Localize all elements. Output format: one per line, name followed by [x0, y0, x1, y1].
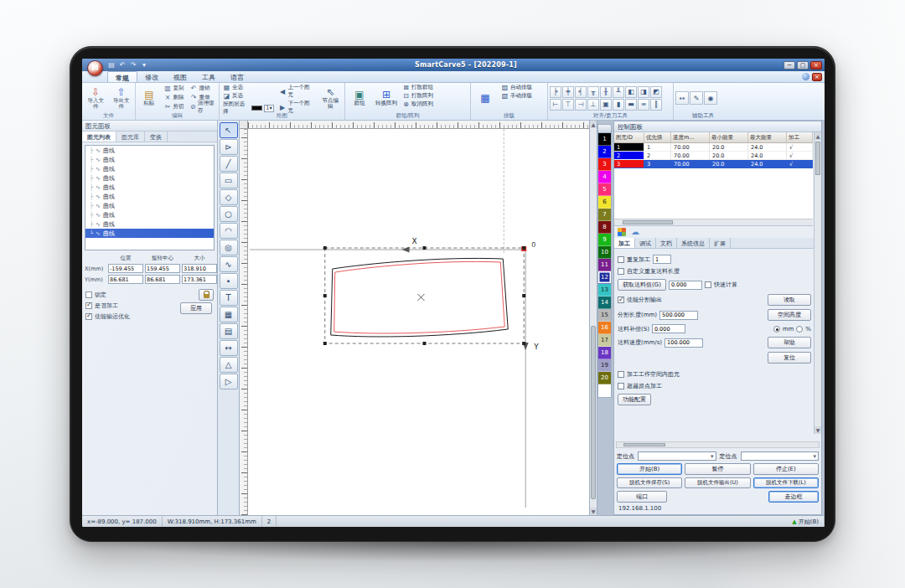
- height-field[interactable]: [182, 275, 217, 284]
- ellipse-tool[interactable]: ◎: [220, 240, 238, 255]
- annotate-button[interactable]: ✎: [690, 91, 703, 105]
- shape-outline[interactable]: [331, 258, 508, 337]
- y-center-field[interactable]: [145, 275, 180, 284]
- tab-entity-library[interactable]: 图元库: [116, 132, 145, 142]
- tab-debug[interactable]: 调试: [635, 238, 656, 248]
- redo-icon[interactable]: ↷: [129, 61, 137, 69]
- undo-button[interactable]: ↶撤销: [189, 84, 217, 93]
- app-menu-button[interactable]: M: [87, 60, 103, 76]
- maximize-button[interactable]: ▢: [797, 61, 809, 70]
- cancel-array-button[interactable]: ⊗取消阵列: [401, 101, 435, 108]
- distribute-h-button[interactable]: ⊢: [550, 99, 561, 111]
- knife-split-button[interactable]: ‖: [650, 99, 662, 111]
- palette-color-18[interactable]: 18: [598, 347, 611, 359]
- column-header-0[interactable]: 图元ID: [614, 132, 644, 143]
- align-top-button[interactable]: ╥: [587, 86, 599, 98]
- palette-color-19[interactable]: 19: [598, 359, 611, 372]
- knife-up-button[interactable]: ▮: [613, 99, 624, 111]
- controls-horizontal-scrollbar[interactable]: [616, 441, 820, 448]
- offline-save-button[interactable]: 脱机文件保存(S): [617, 477, 682, 488]
- undo-icon[interactable]: ↶: [118, 61, 127, 69]
- tab-language[interactable]: 语言: [223, 71, 251, 82]
- column-header-3[interactable]: 最小能量: [710, 132, 748, 143]
- curve-tool[interactable]: ∿: [220, 256, 238, 272]
- node-edit-button[interactable]: ⇖ 节点编辑: [318, 84, 343, 112]
- panel-vertical-scrollbar[interactable]: ▲ ▼: [814, 132, 821, 434]
- mirror-horizontal-tool[interactable]: ▷: [220, 374, 238, 389]
- mirror-vertical-tool[interactable]: △: [220, 357, 238, 373]
- list-item[interactable]: ├∿曲线: [85, 183, 214, 192]
- palette-color-4[interactable]: 4: [598, 171, 611, 183]
- palette-header-cell[interactable]: [598, 125, 611, 133]
- palette-color-7[interactable]: 7: [598, 209, 611, 221]
- delete-button[interactable]: ×删除: [163, 93, 186, 102]
- status-start[interactable]: ▲ 开始(B): [787, 516, 825, 527]
- invert-select-button[interactable]: ◪反选: [221, 92, 276, 100]
- rectangle-tool[interactable]: ▭: [220, 173, 238, 188]
- port-button[interactable]: 端口: [617, 491, 667, 503]
- knife-down-button[interactable]: ▬: [625, 99, 637, 111]
- align-left-button[interactable]: ╞: [550, 86, 561, 98]
- clear-cache-button[interactable]: ⊘清理缓存: [189, 102, 217, 111]
- x-position-field[interactable]: [108, 264, 143, 273]
- lock-checkbox[interactable]: [85, 291, 92, 298]
- palette-color-16[interactable]: 16: [598, 322, 611, 334]
- select-all-button[interactable]: ▦全选: [221, 84, 276, 91]
- entity-list[interactable]: ├∿曲线├∿曲线├∿曲线├∿曲线├∿曲线├∿曲线├∿曲线├∿曲线├∿曲线└∿曲线: [85, 145, 215, 250]
- apply-button[interactable]: 应用: [180, 302, 212, 314]
- select-tool[interactable]: ↖: [220, 122, 238, 138]
- repeat-count-field[interactable]: [653, 255, 671, 264]
- list-item[interactable]: ├∿曲线: [85, 192, 214, 201]
- column-header-1[interactable]: 优先级: [644, 132, 671, 143]
- scrollbar-thumb[interactable]: [623, 443, 665, 446]
- selection-handles[interactable]: [323, 246, 525, 345]
- list-item[interactable]: ├∿曲线: [85, 173, 214, 183]
- scroll-down-icon[interactable]: ▼: [590, 508, 597, 515]
- circle-tool[interactable]: ○: [220, 206, 238, 222]
- palette-color-20[interactable]: 20: [598, 372, 611, 384]
- auto-layout-button[interactable]: ▨自动排版: [499, 84, 534, 91]
- tab-entity-list[interactable]: 图元列表: [82, 132, 116, 142]
- feed-speed-field[interactable]: [665, 338, 703, 348]
- help-icon[interactable]: [802, 73, 809, 80]
- list-item[interactable]: ├∿曲线: [85, 219, 214, 229]
- anchor-point-dropdown-2[interactable]: ▾: [741, 451, 820, 461]
- tab-process[interactable]: 加工: [614, 238, 635, 248]
- equal-height-button[interactable]: ◨: [638, 86, 649, 98]
- cloud-icon[interactable]: ☁: [631, 228, 639, 236]
- manual-layout-button[interactable]: ▧手动排版: [499, 92, 534, 100]
- palette-color-12[interactable]: 12: [598, 271, 611, 284]
- break-array-button[interactable]: ⊡打散阵列: [401, 92, 435, 100]
- help-button[interactable]: 帮助: [768, 337, 811, 348]
- palette-color-14[interactable]: 14: [598, 297, 611, 309]
- custom-feed-checkbox[interactable]: [618, 268, 624, 275]
- measure-button[interactable]: ↔: [675, 91, 689, 105]
- layout-grid-button[interactable]: ▦: [473, 84, 498, 112]
- convert-array-button[interactable]: ⊞ 转换阵列: [374, 84, 399, 112]
- align-bottom-button[interactable]: ╨: [613, 86, 624, 98]
- table-horizontal-scrollbar[interactable]: [614, 219, 813, 225]
- palette-empty-cell[interactable]: [598, 384, 611, 397]
- layer-color-swatch[interactable]: [251, 106, 263, 111]
- walk-frame-button[interactable]: 走边框: [768, 491, 819, 503]
- scroll-up-icon[interactable]: ▲: [590, 121, 597, 128]
- palette-color-5[interactable]: 5: [598, 183, 611, 196]
- ungroup-button[interactable]: ⊠打散群组: [401, 84, 435, 91]
- reset-button[interactable]: 复位: [768, 352, 811, 364]
- scrollbar-thumb[interactable]: [623, 220, 673, 224]
- align-center-v-button[interactable]: ╫: [600, 86, 612, 98]
- polygon-tool[interactable]: ◇: [220, 189, 238, 205]
- scroll-up-icon[interactable]: ▲: [814, 132, 821, 140]
- table-row[interactable]: 3370.0020.024.0√: [614, 160, 813, 168]
- arc-tool[interactable]: ◠: [220, 223, 238, 239]
- palette-color-2[interactable]: 2: [598, 146, 611, 158]
- palette-color-10[interactable]: 10: [598, 246, 611, 259]
- palette-color-15[interactable]: 15: [598, 309, 611, 322]
- text-tool[interactable]: T: [220, 290, 238, 306]
- palette-color-6[interactable]: 6: [598, 196, 611, 209]
- x-center-field[interactable]: [145, 264, 180, 273]
- offline-output-button[interactable]: 脱机文件输出(U): [685, 477, 750, 488]
- scrollbar-thumb[interactable]: [815, 142, 820, 175]
- list-item[interactable]: ├∿曲线: [85, 146, 214, 155]
- palette-color-1[interactable]: 1: [598, 133, 611, 146]
